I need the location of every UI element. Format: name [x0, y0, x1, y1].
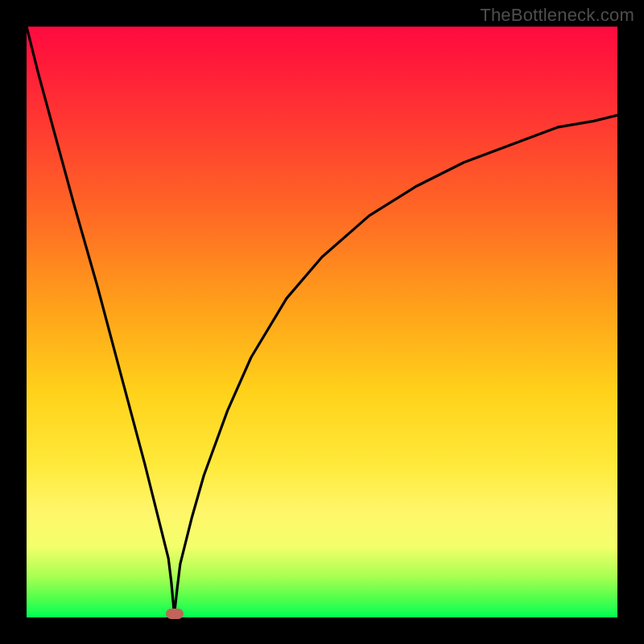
minimum-marker	[166, 609, 184, 619]
bottleneck-curve	[27, 27, 617, 614]
chart-frame: TheBottleneck.com	[0, 0, 644, 644]
curve-svg	[27, 27, 617, 617]
watermark-text: TheBottleneck.com	[480, 5, 634, 26]
plot-area	[27, 27, 617, 617]
